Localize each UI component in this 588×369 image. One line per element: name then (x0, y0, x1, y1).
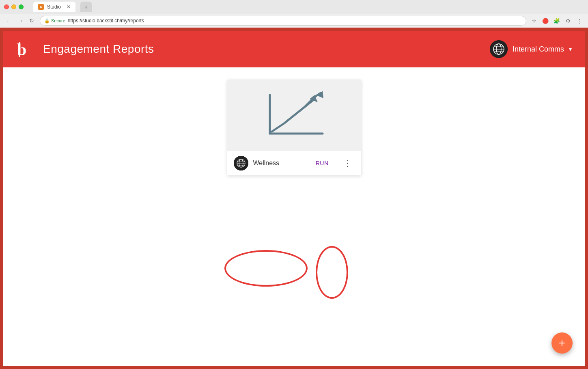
card-body: Wellness RUN ⋮ (227, 151, 361, 175)
address-bar[interactable]: 🔒 Secure https://studio.backstit.ch/my/r… (40, 16, 526, 26)
app-frame: b Engagement Reports Internal Comms (0, 28, 588, 369)
tab-close-button[interactable]: ✕ (67, 4, 71, 10)
tab-favicon: b (38, 4, 44, 10)
browser-toolbar: ← → ↻ 🔒 Secure https://studio.backstit.c… (0, 14, 588, 28)
account-avatar (490, 40, 508, 58)
app-title: Engagement Reports (43, 43, 154, 56)
browser-titlebar: b Studio ✕ + (0, 0, 588, 14)
app-header: b Engagement Reports Internal Comms (3, 31, 585, 67)
annotation-run-circle (224, 250, 308, 287)
toolbar-icons: ☆ 🔴 🧩 ⚙ ⋮ (530, 16, 584, 25)
account-name: Internal Comms (513, 45, 564, 54)
account-dropdown-arrow[interactable]: ▾ (569, 46, 572, 52)
refresh-button[interactable]: ↻ (27, 16, 37, 26)
more-options-button[interactable]: ⋮ (340, 156, 355, 170)
url-text: https://studio.backstit.ch/my/reports (68, 18, 144, 24)
header-right[interactable]: Internal Comms ▾ (490, 40, 572, 58)
secure-indicator: 🔒 Secure (44, 18, 65, 24)
bookmark-button[interactable]: ☆ (530, 16, 538, 25)
forward-button[interactable]: → (15, 16, 25, 26)
card-globe-icon (234, 156, 248, 170)
close-window-button[interactable] (4, 4, 9, 9)
new-tab-button[interactable]: + (80, 2, 92, 12)
nav-buttons: ← → ↻ (4, 16, 37, 26)
extension-icon-1[interactable]: 🔴 (541, 16, 550, 25)
svg-text:b: b (17, 40, 26, 59)
window-controls (4, 4, 24, 9)
run-button[interactable]: RUN (309, 158, 335, 169)
extension-icon-3[interactable]: ⚙ (564, 16, 573, 25)
annotation-more-circle (316, 246, 348, 299)
browser-tab[interactable]: b Studio ✕ (33, 2, 75, 12)
maximize-window-button[interactable] (19, 4, 24, 9)
browser-chrome: b Studio ✕ + ← → ↻ 🔒 Secure https://stud… (0, 0, 588, 28)
card-actions: RUN ⋮ (309, 156, 355, 170)
card-title: Wellness (253, 160, 280, 167)
tab-title: Studio (47, 4, 61, 10)
extension-icon-2[interactable]: 🧩 (552, 16, 561, 25)
fab-add-button[interactable]: + (551, 332, 573, 354)
card-info: Wellness (234, 156, 280, 170)
report-card: Wellness RUN ⋮ (227, 80, 361, 175)
minimize-window-button[interactable] (11, 4, 16, 9)
back-button[interactable]: ← (4, 16, 14, 26)
app-logo: b (16, 39, 37, 59)
header-left: b Engagement Reports (16, 39, 154, 59)
browser-menu-button[interactable]: ⋮ (575, 16, 584, 25)
lock-icon: 🔒 (44, 18, 50, 24)
card-image (227, 80, 361, 151)
app-main: Wellness RUN ⋮ + (3, 67, 585, 366)
